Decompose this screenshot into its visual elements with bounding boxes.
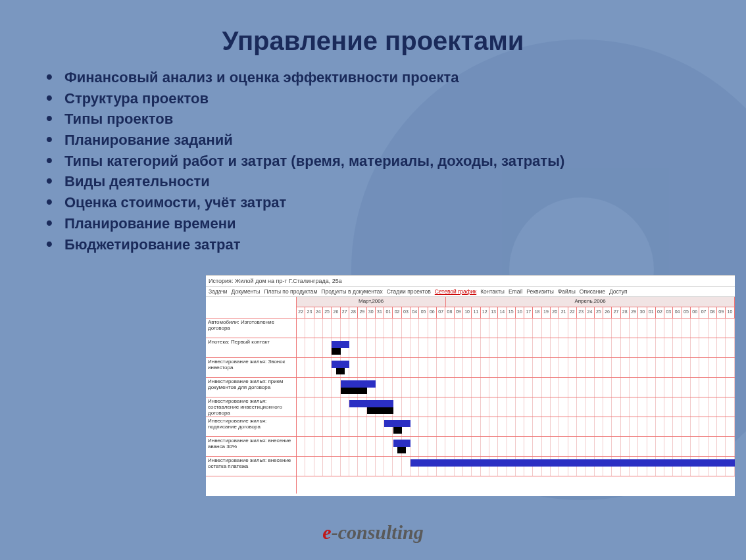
gantt-row (297, 397, 735, 417)
gantt-day-cell: 19 (542, 307, 551, 318)
gantt-bar-plan (393, 440, 411, 447)
gantt-tab[interactable]: Описание (580, 288, 605, 295)
gantt-day-cell: 03 (402, 307, 410, 318)
gantt-row (297, 318, 735, 338)
gantt-task-label: Инвестирование жилья: подписание договор… (206, 417, 296, 437)
gantt-day-cell: 24 (314, 307, 323, 318)
gantt-tab[interactable]: Платы по продуктам (264, 288, 317, 295)
gantt-row (297, 457, 735, 476)
gantt-tab[interactable]: Продукты в документах (321, 288, 382, 295)
gantt-task-label: Ипотека: Первый контакт (206, 338, 296, 358)
gantt-bar-plan (410, 459, 735, 467)
gantt-day-cell: 06 (428, 307, 437, 318)
gantt-task-label: Инвестирование жилья: внесение аванса 30… (206, 437, 296, 457)
gantt-day-cell: 05 (419, 307, 428, 318)
gantt-task-label: Инвестирование жилья: прием документов д… (206, 378, 296, 397)
slide-content: Управление проектами Финансовый анализ и… (0, 0, 746, 254)
gantt-day-cell: 02 (393, 307, 401, 318)
gantt-screenshot: История: Жилой дом на пр-т Г.Сталинграда… (206, 275, 735, 496)
gantt-bar-plan (332, 361, 349, 368)
gantt-tab[interactable]: Стадии проектов (387, 288, 431, 295)
gantt-day-cell: 17 (524, 307, 533, 318)
gantt-day-cell: 03 (664, 307, 673, 318)
gantt-bar-plan (349, 400, 393, 407)
gantt-day-cell: 21 (559, 307, 568, 318)
gantt-days-row: 2223242526272829303101020304050607080910… (297, 307, 735, 318)
gantt-row (297, 437, 735, 457)
gantt-day-cell: 05 (682, 307, 691, 318)
gantt-day-cell: 07 (437, 307, 445, 318)
bullet-item: Типы категорий работ и затрат (время, ма… (46, 151, 691, 171)
footer-logo-rest: -consulting (332, 521, 424, 543)
bullet-item: Структура проектов (46, 89, 691, 109)
bullet-item: Планирование времени (46, 214, 691, 234)
gantt-tab[interactable]: Контакты (480, 288, 505, 295)
gantt-day-cell: 27 (612, 307, 620, 318)
gantt-day-cell: 14 (498, 307, 507, 318)
footer-logo: e-consulting (0, 521, 746, 544)
gantt-day-cell: 29 (630, 307, 638, 318)
gantt-day-cell: 18 (533, 307, 541, 318)
gantt-day-cell: 06 (691, 307, 699, 318)
gantt-bar-plan (384, 420, 410, 427)
gantt-day-cell: 28 (349, 307, 358, 318)
gantt-bar-actual (332, 348, 340, 355)
gantt-day-cell: 26 (603, 307, 612, 318)
gantt-day-cell: 07 (699, 307, 708, 318)
gantt-tab[interactable]: Файлы (558, 288, 576, 295)
gantt-day-cell: 02 (656, 307, 664, 318)
gantt-bar-actual (341, 388, 367, 394)
gantt-day-cell: 13 (489, 307, 498, 318)
gantt-day-cell: 22 (297, 307, 305, 318)
gantt-day-cell: 25 (595, 307, 603, 318)
gantt-tab[interactable]: Email (509, 288, 522, 295)
gantt-day-cell: 04 (410, 307, 419, 318)
gantt-day-cell: 23 (305, 307, 314, 318)
gantt-tab[interactable]: Сетевой график (435, 288, 476, 295)
gantt-day-cell: 25 (323, 307, 332, 318)
gantt-grid (297, 318, 735, 476)
gantt-timeline: Март,2006 Апрель,2006 222324252627282930… (297, 297, 735, 494)
gantt-day-cell: 26 (332, 307, 340, 318)
gantt-row (297, 378, 735, 397)
gantt-day-cell: 29 (358, 307, 366, 318)
gantt-row (297, 417, 735, 437)
gantt-bar-plan (341, 380, 376, 388)
gantt-bar-actual (367, 407, 393, 414)
gantt-tabs: ЗадачиДокументыПлаты по продуктамПродукт… (206, 287, 735, 297)
bullet-item: Виды деятельности (46, 172, 691, 191)
gantt-tab[interactable]: Документы (232, 288, 261, 295)
gantt-day-cell: 15 (507, 307, 516, 318)
bullet-item: Финансовый анализ и оценка эффективности… (46, 68, 691, 88)
gantt-tab[interactable]: Задачи (209, 288, 228, 295)
gantt-bar-actual (336, 368, 345, 374)
gantt-day-cell: 22 (568, 307, 577, 318)
gantt-day-cell: 30 (638, 307, 647, 318)
gantt-tab[interactable]: Доступ (609, 288, 628, 295)
gantt-task-column: Автомобили: Изготовление договораИпотека… (206, 297, 297, 494)
gantt-history-label: История: Жилой дом на пр-т Г.Сталинграда… (206, 276, 735, 287)
gantt-day-cell: 08 (445, 307, 454, 318)
bullet-item: Типы проектов (46, 109, 691, 129)
slide-title: Управление проектами (39, 26, 707, 56)
bullet-item: Планирование заданий (46, 130, 691, 150)
gantt-day-cell: 01 (384, 307, 393, 318)
gantt-day-cell: 09 (717, 307, 726, 318)
gantt-task-label: Автомобили: Изготовление договора (206, 318, 296, 338)
gantt-day-cell: 16 (516, 307, 524, 318)
gantt-month-2: Апрель,2006 (446, 297, 735, 307)
gantt-day-cell: 24 (585, 307, 594, 318)
bullet-item: Оценка стоимости, учёт затрат (46, 193, 691, 213)
gantt-bar-plan (332, 341, 349, 348)
gantt-day-cell: 11 (472, 307, 480, 318)
gantt-bar-actual (397, 447, 406, 453)
gantt-day-cell: 31 (376, 307, 384, 318)
gantt-row (297, 338, 735, 358)
gantt-day-cell: 10 (726, 307, 734, 318)
footer-logo-e: e (322, 521, 331, 543)
gantt-day-cell: 12 (481, 307, 489, 318)
gantt-month-1: Март,2006 (297, 297, 446, 307)
gantt-day-cell: 09 (455, 307, 463, 318)
gantt-tab[interactable]: Реквизиты (526, 288, 554, 295)
gantt-day-cell: 27 (341, 307, 349, 318)
